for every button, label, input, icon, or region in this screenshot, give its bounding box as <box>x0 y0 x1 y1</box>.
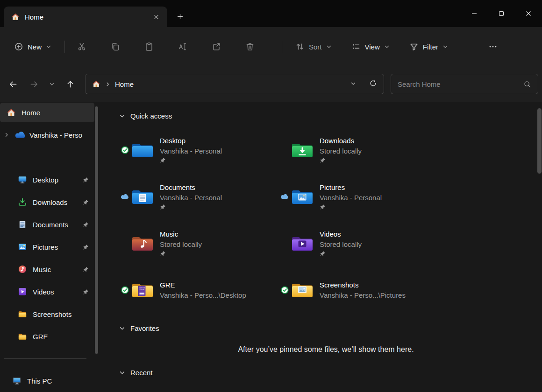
pin-icon <box>83 199 89 205</box>
sidebar-item-label: Documents <box>33 221 68 229</box>
more-options-button[interactable] <box>484 37 502 56</box>
home-icon <box>92 80 100 88</box>
section-title: Favorites <box>130 324 159 332</box>
search-box[interactable] <box>391 74 538 94</box>
rename-button[interactable] <box>173 37 192 56</box>
pin-icon <box>160 204 166 210</box>
expand-chevron-icon[interactable] <box>2 130 11 140</box>
view-button[interactable]: View <box>346 36 395 57</box>
documents-folder-icon <box>131 188 154 205</box>
desktop-folder-icon <box>131 141 154 159</box>
new-tab-button[interactable] <box>172 8 188 24</box>
vertical-scrollbar[interactable] <box>537 108 542 174</box>
quick-access-item-screenshots[interactable]: Screenshots Vanshika - Perso...\Pictures <box>279 266 439 313</box>
sidebar-item-screenshots[interactable]: Screenshots <box>0 304 94 324</box>
sidebar-item-label: Vanshika - Perso <box>29 131 82 139</box>
close-button[interactable] <box>515 0 542 27</box>
sidebar-item-desktop[interactable]: Desktop <box>0 170 94 189</box>
music-folder-icon <box>131 234 154 252</box>
search-icon[interactable] <box>523 80 531 88</box>
item-name: GRE <box>160 281 246 289</box>
pin-icon <box>83 177 89 183</box>
up-button[interactable] <box>60 75 80 93</box>
paste-button[interactable] <box>140 37 158 56</box>
copy-button[interactable] <box>106 37 125 56</box>
quick-access-grid: Desktop Vanshika - Personal Downloads St… <box>119 126 533 313</box>
delete-icon <box>245 42 255 51</box>
quick-access-item-music[interactable]: Music Stored locally <box>119 220 279 266</box>
item-name: Music <box>160 230 202 238</box>
quick-access-item-desktop[interactable]: Desktop Vanshika - Personal <box>119 126 279 173</box>
quick-access-item-videos[interactable]: Videos Stored locally <box>279 220 439 266</box>
sidebar-item-music[interactable]: Music <box>0 259 94 279</box>
cloud-icon <box>280 193 290 200</box>
section-title: Recent <box>130 369 153 377</box>
recent-locations-button[interactable] <box>44 75 60 93</box>
chevron-down-icon <box>119 370 125 376</box>
tab-title: Home <box>25 13 43 21</box>
sidebar-item-this-pc[interactable]: This PC <box>0 371 94 391</box>
toolbar-divider <box>64 41 65 53</box>
quick-access-item-documents[interactable]: Documents Vanshika - Personal <box>119 173 279 220</box>
share-button[interactable] <box>207 37 226 56</box>
synced-icon <box>121 146 129 154</box>
item-name: Downloads <box>320 137 362 145</box>
pictures-icon <box>18 242 27 252</box>
folder-icon <box>18 309 27 319</box>
breadcrumb[interactable]: Home <box>115 80 134 88</box>
refresh-button[interactable] <box>369 79 377 89</box>
item-subtitle: Vanshika - Personal <box>160 194 222 202</box>
tab-close-button[interactable] <box>150 10 163 23</box>
sidebar-item-videos[interactable]: Videos <box>0 282 94 301</box>
cut-button[interactable] <box>72 37 91 56</box>
sidebar-item-onedrive[interactable]: Vanshika - Perso <box>0 125 94 145</box>
favorites-section-header[interactable]: Favorites <box>119 324 533 332</box>
item-subtitle: Vanshika - Personal <box>320 194 382 202</box>
quick-access-item-downloads[interactable]: Downloads Stored locally <box>279 126 439 173</box>
item-name: Documents <box>160 183 222 191</box>
copy-icon <box>111 42 120 51</box>
desktop-icon <box>18 175 27 184</box>
sidebar-scrollbar[interactable] <box>95 106 98 354</box>
sidebar-item-downloads[interactable]: Downloads <box>0 192 94 212</box>
filter-button[interactable]: Filter <box>404 36 454 57</box>
filter-icon <box>409 42 419 51</box>
address-dropdown-button[interactable] <box>350 80 356 88</box>
forward-button[interactable] <box>23 75 44 93</box>
documents-icon <box>18 220 27 229</box>
item-subtitle: Vanshika - Personal <box>160 147 222 155</box>
sidebar-item-label: This PC <box>27 377 52 385</box>
sidebar-item-pictures[interactable]: Pictures <box>0 237 94 257</box>
sidebar-item-label: Pictures <box>33 243 58 251</box>
breadcrumb-chevron-icon <box>105 82 110 87</box>
toolbar-divider <box>282 41 282 53</box>
quick-access-section-header[interactable]: Quick access <box>119 112 533 120</box>
sidebar-item-home[interactable]: Home <box>0 103 94 122</box>
sidebar-item-gre[interactable]: GRE <box>0 327 94 346</box>
quick-access-item-gre[interactable]: GRE Vanshika - Perso...\Desktop <box>119 266 279 313</box>
back-button[interactable] <box>3 75 23 93</box>
quick-access-item-pictures[interactable]: Pictures Vanshika - Personal <box>279 173 439 220</box>
new-button[interactable]: New <box>8 36 57 57</box>
sidebar-item-label: Videos <box>33 288 54 296</box>
search-input[interactable] <box>398 80 520 88</box>
recent-section-header[interactable]: Recent <box>119 369 533 377</box>
minimize-button[interactable] <box>461 0 488 27</box>
paste-icon <box>144 42 154 51</box>
address-bar[interactable]: Home <box>85 74 384 94</box>
pin-icon <box>83 289 89 295</box>
delete-button[interactable] <box>241 37 259 56</box>
sidebar-item-documents[interactable]: Documents <box>0 215 94 234</box>
sort-button[interactable]: Sort <box>290 36 337 57</box>
chevron-down-icon <box>46 44 51 49</box>
new-label: New <box>28 43 42 51</box>
maximize-button[interactable] <box>488 0 515 27</box>
tab-home[interactable]: Home <box>4 7 167 27</box>
sidebar-item-label: GRE <box>33 333 48 341</box>
up-icon <box>66 80 75 89</box>
section-title: Quick access <box>130 112 172 120</box>
forward-icon <box>29 80 38 89</box>
sort-icon <box>295 42 305 51</box>
title-bar: Home <box>0 0 542 27</box>
sidebar-item-label: Home <box>21 109 40 117</box>
